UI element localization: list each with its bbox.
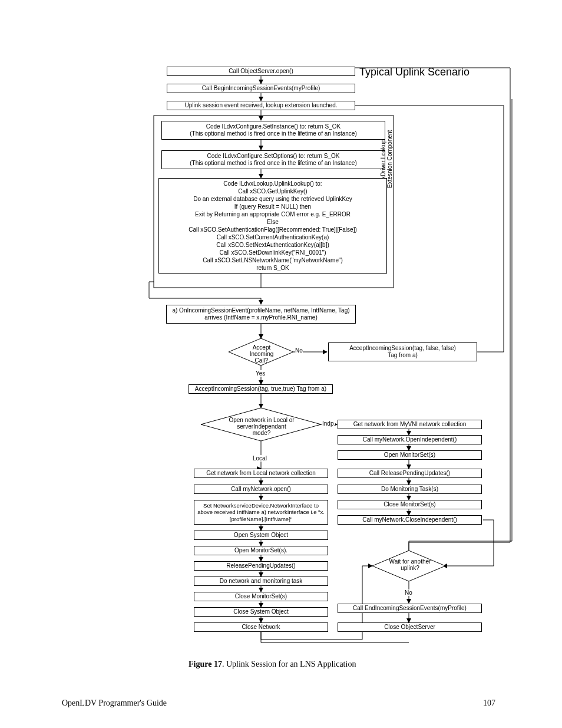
label-local: Local <box>253 455 267 462</box>
node-do-monitoring-tasks: Do Monitoring Task(s) <box>338 485 482 494</box>
label-indp: Indp. <box>322 420 335 427</box>
label-no-3: No <box>405 589 412 596</box>
node-close-system-object: Close System Object <box>194 607 328 617</box>
node-get-local-network: Get network from Local network collectio… <box>194 469 328 478</box>
node-uplink-event-received: Uplink session event received, lookup ex… <box>167 101 355 110</box>
node-open-monitorsets-r: Open MonitorSet(s) <box>338 450 482 460</box>
node-on-incoming-session-event: a) OnIncomingSessionEvent(profileName, n… <box>166 305 356 324</box>
node-release-pending-l: ReleasePendingUpdates() <box>194 561 328 571</box>
footer-left: OpenLDV Programmer's Guide <box>62 699 167 708</box>
node-begin-incoming-session: Call BeginIncomingSessionEvents(myProfil… <box>167 84 355 93</box>
label-yes-1: Yes <box>256 370 265 377</box>
node-close-objectserver: Close ObjectServer <box>338 622 482 632</box>
label-no-1: No <box>295 347 303 354</box>
node-open-independent: Call myNetwork.OpenIndependent() <box>338 435 482 444</box>
xdriver-lookup-label: xDriver LookupExtesnion Component <box>380 121 393 197</box>
decision-open-mode-label: Open network in Local or serverIndependa… <box>229 417 295 436</box>
node-accept-false: AcceptIncomingSession(tag, false, false)… <box>328 342 477 361</box>
node-get-myvni-network: Get network from MyVNI network collectio… <box>338 420 482 429</box>
figure-text: . Uplink Session for an LNS Application <box>222 660 356 668</box>
figure-caption: Figure 17. Uplink Session for an LNS App… <box>189 660 356 669</box>
node-do-network-task: Do network and monitoring task <box>194 577 328 586</box>
node-setoptions: Code ILdvxConfigure.SetOptions() to: ret… <box>161 150 385 169</box>
node-release-pending-r: Call ReleasePendingUpdates() <box>338 469 482 478</box>
node-close-monitorsets-l: Close MonitorSet(s) <box>194 592 328 601</box>
node-end-incoming-session: Call EndIncomingSessionEvents(myProfile) <box>338 604 482 613</box>
decision-accept-call-label: Accept Incoming Call? <box>247 344 276 364</box>
diagram-title: Typical Uplink Scenario <box>359 66 470 78</box>
node-open-system-object: Open System Object <box>194 531 328 540</box>
node-close-monitorsets-r: Close MonitorSet(s) <box>338 500 482 509</box>
node-objectserver-open: Call ObjectServer.open() <box>167 67 355 76</box>
node-close-independent: Call myNetwork.CloseIndependent() <box>338 515 482 525</box>
node-accept-true: AcceptIncomingSession(tag, true,true) Ta… <box>189 384 333 394</box>
figure-number: Figure 17 <box>189 660 222 668</box>
node-open-monitorsets-l: Open MonitorSet(s). <box>194 546 328 555</box>
footer-page-number: 107 <box>483 699 495 708</box>
node-mynetwork-open: Call myNetwork.open() <box>194 485 328 494</box>
node-set-network-interface: Set NetworkserviceDevice.NetworkInterfac… <box>194 500 328 525</box>
node-close-network: Close Network <box>194 622 328 632</box>
node-setinstance: Code ILdvxConfigure.SetInstance() to: re… <box>161 121 385 140</box>
node-uplinklookup: Code ILdvxLookup.UplinkLookup() to: Call… <box>158 178 387 274</box>
decision-wait-uplink-label: Wait for another uplink? <box>386 558 434 571</box>
